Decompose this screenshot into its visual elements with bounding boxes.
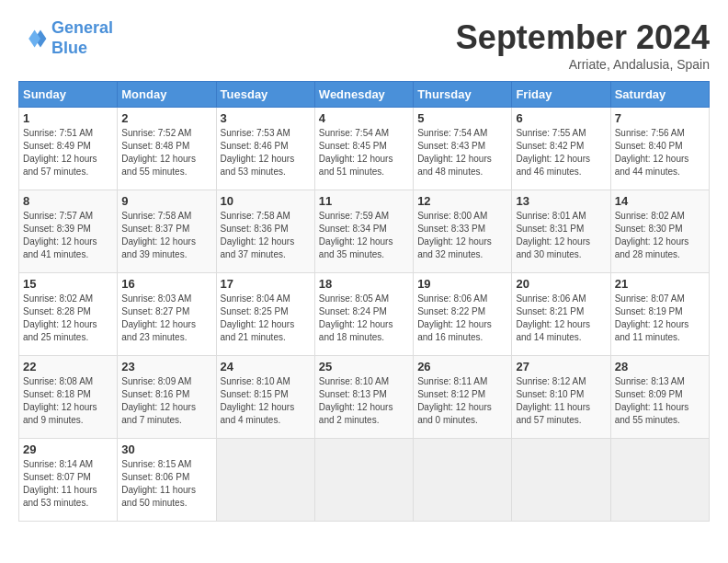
calendar-day-cell: 12 Sunrise: 8:00 AMSunset: 8:33 PMDaylig… bbox=[414, 190, 512, 273]
calendar-day-cell bbox=[216, 439, 314, 522]
day-number: 17 bbox=[221, 277, 311, 291]
calendar-day-cell: 7 Sunrise: 7:56 AMSunset: 8:40 PMDayligh… bbox=[610, 108, 709, 190]
page-header: General Blue September 2024 Arriate, And… bbox=[18, 18, 710, 72]
day-number: 1 bbox=[23, 111, 113, 125]
day-info: Sunrise: 7:53 AMSunset: 8:46 PMDaylight:… bbox=[221, 127, 311, 178]
day-info: Sunrise: 7:55 AMSunset: 8:42 PMDaylight:… bbox=[516, 127, 606, 178]
column-header-sunday: Sunday bbox=[19, 82, 118, 108]
day-number: 27 bbox=[516, 360, 606, 373]
day-info: Sunrise: 8:13 AMSunset: 8:09 PMDaylight:… bbox=[615, 375, 705, 427]
day-info: Sunrise: 8:14 AMSunset: 8:07 PMDaylight:… bbox=[23, 458, 113, 510]
location-subtitle: Arriate, Andalusia, Spain bbox=[456, 57, 710, 72]
calendar-day-cell: 21 Sunrise: 8:07 AMSunset: 8:19 PMDaylig… bbox=[610, 273, 709, 356]
calendar-day-cell: 11 Sunrise: 7:59 AMSunset: 8:34 PMDaylig… bbox=[314, 190, 413, 273]
day-info: Sunrise: 8:02 AMSunset: 8:30 PMDaylight:… bbox=[615, 210, 705, 261]
day-number: 23 bbox=[121, 360, 211, 373]
calendar-day-cell bbox=[610, 439, 709, 522]
day-number: 15 bbox=[23, 277, 113, 291]
calendar-day-cell: 9 Sunrise: 7:58 AMSunset: 8:37 PMDayligh… bbox=[118, 190, 216, 273]
day-info: Sunrise: 8:12 AMSunset: 8:10 PMDaylight:… bbox=[516, 375, 606, 427]
calendar-day-cell: 3 Sunrise: 7:53 AMSunset: 8:46 PMDayligh… bbox=[216, 108, 314, 190]
calendar-day-cell: 10 Sunrise: 7:58 AMSunset: 8:36 PMDaylig… bbox=[216, 190, 314, 273]
calendar-day-cell: 19 Sunrise: 8:06 AMSunset: 8:22 PMDaylig… bbox=[414, 273, 512, 356]
calendar-day-cell: 28 Sunrise: 8:13 AMSunset: 8:09 PMDaylig… bbox=[610, 356, 709, 439]
day-info: Sunrise: 7:54 AMSunset: 8:43 PMDaylight:… bbox=[417, 127, 507, 178]
calendar-day-cell: 18 Sunrise: 8:05 AMSunset: 8:24 PMDaylig… bbox=[314, 273, 413, 356]
calendar-day-cell: 2 Sunrise: 7:52 AMSunset: 8:48 PMDayligh… bbox=[118, 108, 216, 190]
calendar-day-cell bbox=[512, 439, 610, 522]
day-number: 11 bbox=[319, 194, 409, 208]
calendar-day-cell: 4 Sunrise: 7:54 AMSunset: 8:45 PMDayligh… bbox=[314, 108, 413, 190]
day-number: 20 bbox=[516, 277, 606, 291]
day-info: Sunrise: 7:56 AMSunset: 8:40 PMDaylight:… bbox=[615, 127, 705, 178]
day-info: Sunrise: 8:01 AMSunset: 8:31 PMDaylight:… bbox=[516, 210, 606, 261]
calendar-day-cell: 6 Sunrise: 7:55 AMSunset: 8:42 PMDayligh… bbox=[512, 108, 610, 190]
day-number: 28 bbox=[615, 360, 705, 373]
calendar-header-row: SundayMondayTuesdayWednesdayThursdayFrid… bbox=[19, 82, 710, 108]
day-number: 5 bbox=[417, 111, 507, 125]
day-number: 30 bbox=[121, 442, 211, 456]
calendar-day-cell: 14 Sunrise: 8:02 AMSunset: 8:30 PMDaylig… bbox=[610, 190, 709, 273]
calendar-day-cell: 27 Sunrise: 8:12 AMSunset: 8:10 PMDaylig… bbox=[512, 356, 610, 439]
day-info: Sunrise: 7:52 AMSunset: 8:48 PMDaylight:… bbox=[121, 127, 211, 178]
day-info: Sunrise: 7:51 AMSunset: 8:49 PMDaylight:… bbox=[23, 127, 113, 178]
day-info: Sunrise: 7:54 AMSunset: 8:45 PMDaylight:… bbox=[319, 127, 409, 178]
day-info: Sunrise: 7:58 AMSunset: 8:37 PMDaylight:… bbox=[121, 210, 211, 261]
day-info: Sunrise: 8:00 AMSunset: 8:33 PMDaylight:… bbox=[417, 210, 507, 261]
day-info: Sunrise: 8:08 AMSunset: 8:18 PMDaylight:… bbox=[23, 375, 113, 427]
column-header-saturday: Saturday bbox=[610, 82, 709, 108]
title-area: September 2024 Arriate, Andalusia, Spain bbox=[456, 18, 710, 72]
day-number: 13 bbox=[516, 194, 606, 208]
day-info: Sunrise: 8:10 AMSunset: 8:15 PMDaylight:… bbox=[221, 375, 311, 427]
day-number: 26 bbox=[417, 360, 507, 373]
column-header-thursday: Thursday bbox=[414, 82, 512, 108]
day-info: Sunrise: 8:15 AMSunset: 8:06 PMDaylight:… bbox=[121, 458, 211, 510]
day-number: 25 bbox=[319, 360, 409, 373]
day-info: Sunrise: 8:06 AMSunset: 8:21 PMDaylight:… bbox=[516, 293, 606, 344]
day-info: Sunrise: 7:57 AMSunset: 8:39 PMDaylight:… bbox=[23, 210, 113, 261]
calendar-day-cell: 8 Sunrise: 7:57 AMSunset: 8:39 PMDayligh… bbox=[19, 190, 118, 273]
day-number: 12 bbox=[417, 194, 507, 208]
day-number: 19 bbox=[417, 277, 507, 291]
day-info: Sunrise: 8:06 AMSunset: 8:22 PMDaylight:… bbox=[417, 293, 507, 344]
day-info: Sunrise: 8:07 AMSunset: 8:19 PMDaylight:… bbox=[615, 293, 705, 344]
day-info: Sunrise: 8:02 AMSunset: 8:28 PMDaylight:… bbox=[23, 293, 113, 344]
day-info: Sunrise: 8:09 AMSunset: 8:16 PMDaylight:… bbox=[121, 375, 211, 427]
day-number: 24 bbox=[221, 360, 311, 373]
day-number: 6 bbox=[516, 111, 606, 125]
calendar-day-cell: 30 Sunrise: 8:15 AMSunset: 8:06 PMDaylig… bbox=[118, 439, 216, 522]
calendar-body: 1 Sunrise: 7:51 AMSunset: 8:49 PMDayligh… bbox=[19, 108, 710, 522]
day-info: Sunrise: 8:03 AMSunset: 8:27 PMDaylight:… bbox=[121, 293, 211, 344]
day-number: 7 bbox=[615, 111, 705, 125]
logo-text: General Blue bbox=[51, 18, 113, 58]
day-number: 22 bbox=[23, 360, 113, 373]
calendar-day-cell bbox=[414, 439, 512, 522]
day-info: Sunrise: 7:58 AMSunset: 8:36 PMDaylight:… bbox=[221, 210, 311, 261]
calendar-day-cell: 13 Sunrise: 8:01 AMSunset: 8:31 PMDaylig… bbox=[512, 190, 610, 273]
column-header-friday: Friday bbox=[512, 82, 610, 108]
day-number: 3 bbox=[221, 111, 311, 125]
day-info: Sunrise: 8:05 AMSunset: 8:24 PMDaylight:… bbox=[319, 293, 409, 344]
calendar-day-cell: 5 Sunrise: 7:54 AMSunset: 8:43 PMDayligh… bbox=[414, 108, 512, 190]
month-title: September 2024 bbox=[456, 18, 710, 57]
calendar-week-row: 29 Sunrise: 8:14 AMSunset: 8:07 PMDaylig… bbox=[19, 439, 710, 522]
calendar-day-cell: 29 Sunrise: 8:14 AMSunset: 8:07 PMDaylig… bbox=[19, 439, 118, 522]
day-number: 2 bbox=[121, 111, 211, 125]
calendar-day-cell: 16 Sunrise: 8:03 AMSunset: 8:27 PMDaylig… bbox=[118, 273, 216, 356]
day-number: 4 bbox=[319, 111, 409, 125]
day-info: Sunrise: 8:04 AMSunset: 8:25 PMDaylight:… bbox=[221, 293, 311, 344]
day-number: 16 bbox=[121, 277, 211, 291]
day-number: 29 bbox=[23, 442, 113, 456]
calendar-day-cell: 1 Sunrise: 7:51 AMSunset: 8:49 PMDayligh… bbox=[19, 108, 118, 190]
logo-icon bbox=[18, 24, 48, 53]
day-info: Sunrise: 8:11 AMSunset: 8:12 PMDaylight:… bbox=[417, 375, 507, 427]
day-number: 9 bbox=[121, 194, 211, 208]
calendar-week-row: 8 Sunrise: 7:57 AMSunset: 8:39 PMDayligh… bbox=[19, 190, 710, 273]
day-number: 14 bbox=[615, 194, 705, 208]
calendar-day-cell bbox=[314, 439, 413, 522]
day-number: 21 bbox=[615, 277, 705, 291]
column-header-monday: Monday bbox=[118, 82, 216, 108]
calendar-week-row: 22 Sunrise: 8:08 AMSunset: 8:18 PMDaylig… bbox=[19, 356, 710, 439]
day-number: 18 bbox=[319, 277, 409, 291]
day-info: Sunrise: 8:10 AMSunset: 8:13 PMDaylight:… bbox=[319, 375, 409, 427]
